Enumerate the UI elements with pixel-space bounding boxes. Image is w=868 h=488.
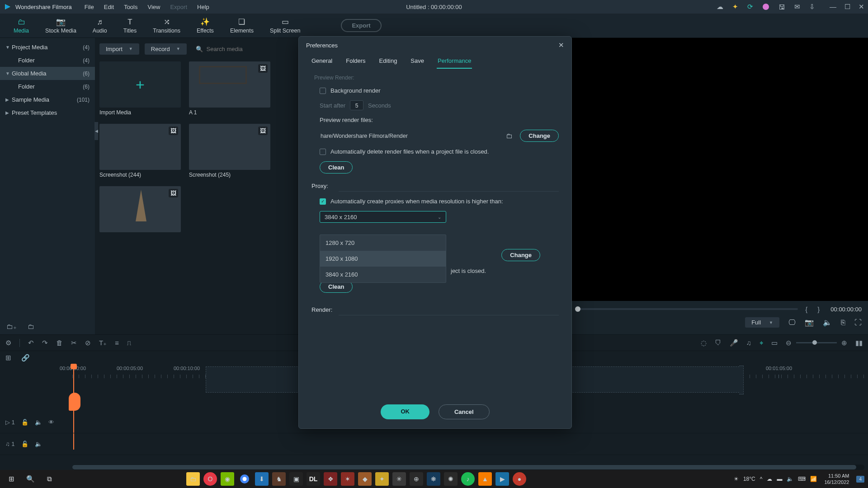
tab-split-screen[interactable]: ▭Split Screen [262,16,308,36]
tab-media[interactable]: 🗀Media [5,16,37,36]
mail-icon[interactable]: ✉ [794,3,800,11]
lock-icon[interactable]: 🔓 [21,441,28,447]
taskbar-app-nvidia[interactable]: ◉ [221,472,234,486]
display-icon[interactable]: 🖵 [788,319,796,327]
cut-icon[interactable]: ✂ [71,339,77,347]
mute-icon[interactable]: 🔈 [35,441,42,447]
taskbar-app-chrome[interactable] [238,472,251,486]
taskbar-app-generic-1[interactable]: ⬇ [255,472,269,486]
tab-elements[interactable]: ❏Elements [222,16,262,36]
taskbar-app-generic-7[interactable]: ◆ [358,472,372,486]
preview-quality-select[interactable]: Full▼ [745,317,779,328]
zoom-in-icon[interactable]: ⊕ [841,339,847,347]
weather-temp[interactable]: 18°C [743,476,755,482]
thumb-a1[interactable]: 🖼A 1 [189,61,270,116]
fit-icon[interactable]: ▭ [771,339,778,347]
minimize-icon[interactable]: — [830,3,836,11]
adjust-icon[interactable]: ≡ [115,339,119,347]
taskbar-app-vlc[interactable]: ▲ [478,472,492,486]
tray-battery-icon[interactable]: ▬ [777,476,782,482]
menu-tools[interactable]: Tools [124,4,137,10]
record-dropdown[interactable]: Record▼ [145,43,187,55]
tab-stock-media[interactable]: 📷Stock Media [37,16,85,36]
cancel-button[interactable]: Cancel [439,404,490,419]
maximize-icon[interactable]: ☐ [844,3,850,11]
taskbar-app-generic-6[interactable]: ✶ [341,472,354,486]
close-icon[interactable]: ✕ [859,3,864,11]
tag-icon[interactable]: ⊘ [85,339,91,347]
thumb-screenshot-244[interactable]: 🖼Screenshot (244) [99,124,181,178]
taskbar-app-generic-3[interactable]: ▣ [289,472,303,486]
menu-help[interactable]: Help [197,4,209,10]
taskbar-app-generic-5[interactable]: ❖ [324,472,337,486]
snapshot-icon[interactable]: 📷 [805,318,814,327]
link-icon[interactable]: 🔗 [21,354,30,362]
thumb-screenshot-245[interactable]: 🖼Screenshot (245) [189,124,270,178]
add-track-icon[interactable]: ⊞ [5,354,11,362]
proxy-option-1280x720[interactable]: 1280 x 720 [320,235,446,251]
sidebar-item-project-media[interactable]: ▼Project Media(4) [0,41,95,54]
tab-audio[interactable]: ♬Audio [85,16,115,36]
preview-scrubber[interactable] [575,308,798,310]
tray-wifi-icon[interactable]: 📶 [810,476,817,482]
collapse-sidebar-handle[interactable]: ◀ [94,122,98,140]
audio-tool-icon[interactable]: ⎍ [127,339,131,347]
cloud-icon[interactable]: ☁ [717,3,723,11]
taskbar-app-opera[interactable]: O [203,472,217,486]
taskbar-app-generic-13[interactable]: ● [513,472,526,486]
clean-render-button[interactable]: Clean [320,161,353,174]
tab-transitions[interactable]: ⤮Transitions [145,16,189,36]
mic-icon[interactable]: 🎤 [730,339,738,347]
save-icon[interactable]: 🖫 [778,3,785,11]
search-taskbar-icon[interactable]: 🔍 [23,472,38,486]
render-icon[interactable]: ◌ [701,339,707,347]
menu-view[interactable]: View [147,4,160,10]
timeline-zoom[interactable]: ⊖ ⊕ [786,339,847,347]
tray-clock[interactable]: 11:50 AM 16/12/2022 [824,473,849,485]
taskbar-app-explorer[interactable]: 🗀 [186,472,200,486]
marker-icon[interactable]: ⌖ [760,339,763,347]
thumb-import[interactable]: +Import Media [99,61,181,116]
settings-icon[interactable]: ⚙ [5,339,11,347]
export-frame-icon[interactable]: ⎘ [841,319,845,327]
tab-effects[interactable]: ✨Effects [189,16,222,36]
timeline-h-scrollbar[interactable] [72,465,864,470]
sidebar-item-folder-2[interactable]: Folder(6) [0,80,95,93]
tab-titles[interactable]: TTitles [115,16,145,36]
thumb-eiffel[interactable]: 🖼 [99,186,181,232]
taskbar-app-filmora[interactable]: ▶ [495,472,509,486]
timeline-view-icon[interactable]: ▮▮ [855,339,863,347]
mark-in-icon[interactable]: { [802,305,810,313]
pref-tab-folders[interactable]: Folders [345,54,366,69]
undo-icon[interactable]: ↶ [28,339,34,347]
pref-tab-performance[interactable]: Performance [437,54,472,69]
taskbar-app-generic-11[interactable]: ❋ [427,472,440,486]
sidebar-item-sample-media[interactable]: ▶Sample Media(101) [0,93,95,106]
ok-button[interactable]: OK [381,404,429,419]
audio-track[interactable]: ♫ 1 🔓 🔈 [0,433,868,455]
change-render-path-button[interactable]: Change [520,130,559,142]
pref-tab-general[interactable]: General [311,54,333,69]
browse-folder-icon[interactable]: 🗀 [506,132,513,140]
taskbar-app-generic-8[interactable]: ✦ [375,472,389,486]
tray-onedrive-icon[interactable]: ☁ [767,476,772,482]
mark-out-icon[interactable]: } [815,305,822,313]
sidebar-item-global-media[interactable]: ▼Global Media(6) [0,67,95,80]
weather-icon[interactable]: ☀ [734,476,739,482]
taskbar-app-generic-9[interactable]: ✳ [392,472,406,486]
checkbox-auto-proxy[interactable]: ✓ [320,198,326,205]
import-dropdown[interactable]: Import▼ [99,43,139,55]
avatar-icon[interactable] [762,3,769,10]
tray-lang-icon[interactable]: ⌨ [798,476,806,482]
dialog-close-icon[interactable]: ✕ [558,41,564,49]
tray-chevron-icon[interactable]: ^ [760,476,763,482]
proxy-resolution-select[interactable]: 3840 x 2160 ⌄ [320,211,446,223]
delete-icon[interactable]: 🗑 [56,339,63,347]
text-tool-icon[interactable]: T₊ [99,339,107,347]
pref-tab-save[interactable]: Save [410,54,425,69]
taskbar-app-generic-10[interactable]: ⊕ [410,472,423,486]
taskbar-app-generic-4[interactable]: DL [307,472,320,486]
folder-icon[interactable]: 🗀 [28,323,34,331]
redo-icon[interactable]: ↷ [42,339,48,347]
shield-icon[interactable]: ⛉ [715,339,722,347]
